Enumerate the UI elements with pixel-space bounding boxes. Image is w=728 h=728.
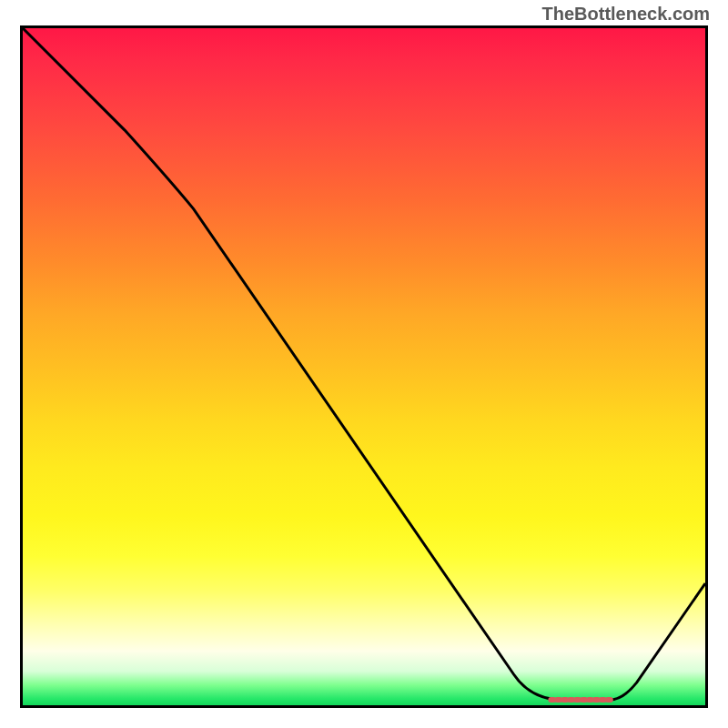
watermark-text: TheBottleneck.com: [542, 4, 710, 25]
curve-path: [23, 28, 705, 700]
chart-curve-svg: [23, 28, 705, 705]
chart-plot-area: [20, 25, 708, 708]
